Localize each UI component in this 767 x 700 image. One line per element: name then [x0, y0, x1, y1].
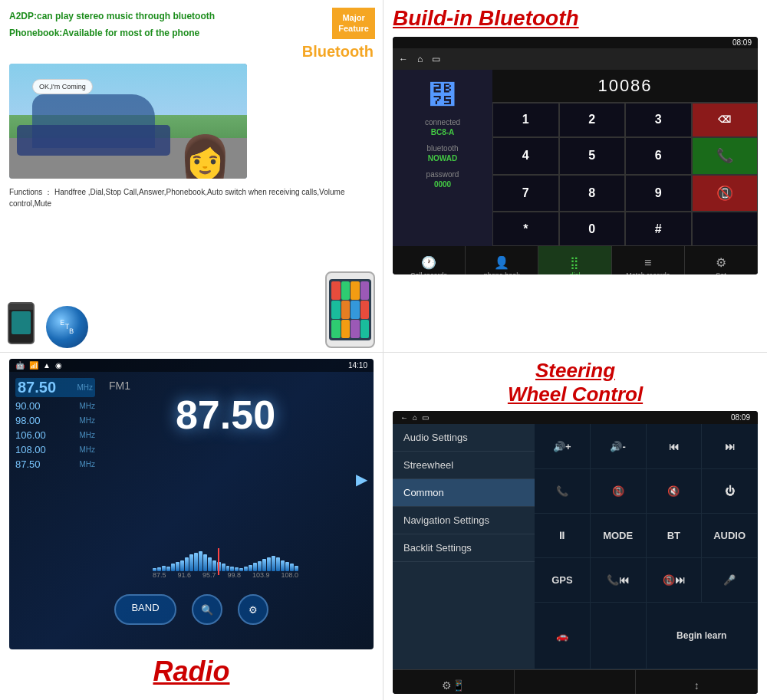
back-icon[interactable]: ← [399, 54, 408, 64]
sw-control-row-common: ⏸ MODE BT AUDIO [535, 514, 758, 558]
key-0[interactable]: 0 [559, 212, 626, 246]
freq-value-0: 87.50 [18, 379, 56, 396]
radio-bar [253, 563, 257, 571]
radio-bar [262, 559, 266, 571]
key-4[interactable]: 4 [492, 137, 559, 175]
sw-menu-common[interactable]: Common [393, 479, 535, 507]
radio-bar [185, 557, 189, 571]
radio-freq-5[interactable]: 87.50 MHz [15, 458, 95, 470]
sw-play-pause[interactable]: ⏸ [535, 514, 591, 557]
bt-nav-phone-book[interactable]: 👤 phone book [466, 246, 538, 274]
radio-freq-4[interactable]: 108.00 MHz [15, 444, 95, 455]
key-6[interactable]: 6 [625, 137, 692, 175]
top-left-panel: Major Feature A2DP:can play stereo music… [0, 0, 384, 353]
band-button[interactable]: BAND [114, 594, 176, 625]
sw-status-icons: ← ⌂ ▭ [400, 413, 429, 422]
gps-icon: ◉ [55, 361, 62, 370]
sw-menu-backlit[interactable]: Backlit Settings [393, 534, 535, 562]
sw-prev-track[interactable]: ⏮ [647, 424, 703, 468]
radio-bar [212, 560, 216, 571]
freq-unit-1: MHz [79, 402, 95, 410]
radio-freq-3[interactable]: 106.00 MHz [15, 429, 95, 441]
sw-gps[interactable]: GPS [535, 558, 591, 602]
key-1[interactable]: 1 [492, 103, 559, 137]
key-2[interactable]: 2 [559, 103, 626, 137]
bt-nav-match-records[interactable]: ≡ Match records [612, 246, 685, 274]
password-label: password [426, 169, 459, 179]
radio-freq-2[interactable]: 98.00 MHz [15, 415, 95, 426]
sw-menu-navigation[interactable]: Navigation Settings [393, 507, 535, 534]
key-star[interactable]: * [492, 212, 559, 246]
key-hash[interactable]: # [625, 212, 692, 246]
sw-call-green[interactable]: 📞 [535, 469, 591, 513]
sw-vol-plus[interactable]: 🔊+ [535, 424, 591, 468]
freq-value-2: 98.00 [15, 415, 41, 426]
sw-nav-prev[interactable]: 📞⏮ [591, 558, 647, 602]
sw-control-row-backlit: 🚗 Begin learn [535, 603, 758, 669]
key-call-red[interactable]: 📵 [692, 175, 759, 212]
text-a2dp: A2DP:can play stereo music through bluet… [9, 9, 374, 23]
sw-menu-audio[interactable]: Audio Settings [393, 424, 535, 452]
bt-nav-set[interactable]: ⚙ Set [685, 246, 758, 274]
home-icon[interactable]: ⌂ [417, 54, 423, 64]
sw-nav-next[interactable]: 📵⏭ [647, 558, 703, 602]
sw-time: 08:09 [731, 413, 750, 422]
sw-mic[interactable]: 🎤 [702, 558, 758, 602]
radio-bar [222, 564, 225, 571]
key-empty [692, 212, 759, 246]
settings-button[interactable]: ⚙ [238, 594, 268, 625]
sw-vol-minus[interactable]: 🔊- [591, 424, 647, 468]
bt-main: ⭵ connected BC8-A bluetooth NOWAD passwo… [393, 70, 758, 246]
key-backspace[interactable]: ⌫ [692, 103, 759, 137]
sw-audio[interactable]: AUDIO [702, 514, 758, 557]
sw-begin-learn[interactable]: Begin learn [647, 603, 759, 669]
sw-bt[interactable]: BT [647, 514, 703, 557]
key-3[interactable]: 3 [625, 103, 692, 137]
sw-menu: Audio Settings Streewheel Common Navigat… [393, 424, 535, 669]
radio-freq-1[interactable]: 90.00 MHz [15, 400, 95, 412]
scale-1: 91.6 [177, 571, 191, 579]
menu-icon[interactable]: ▭ [432, 54, 440, 64]
key-8[interactable]: 8 [559, 175, 626, 212]
key-9[interactable]: 9 [625, 175, 692, 212]
sw-menu-streewheel[interactable]: Streewheel [393, 452, 535, 479]
bt-nav-dial[interactable]: ⣿ dial [538, 246, 611, 274]
radio-bar [267, 557, 271, 571]
sw-apps-icon[interactable]: ⚙📱 [393, 670, 515, 694]
search-button[interactable]: 🔍 [192, 594, 222, 625]
scale-2: 95.7 [202, 571, 216, 579]
radio-bar [244, 567, 248, 571]
right-arrow[interactable]: ▶ [350, 372, 374, 587]
sw-control-row-nav: GPS 📞⏮ 📵⏭ 🎤 [535, 558, 758, 603]
radio-time: 14:10 [348, 361, 367, 370]
radio-bar [189, 554, 193, 571]
bt-password-info: password 0000 [426, 169, 459, 189]
bt-nav-call-records[interactable]: 🕐 Call records [393, 246, 466, 274]
sw-mute[interactable]: 🔇 [647, 469, 703, 513]
steering-wheel-title: Steering Wheel Control [393, 359, 758, 406]
key-5[interactable]: 5 [559, 137, 626, 175]
bt-right-panel: 10086 1 2 3 ⌫ 4 5 6 📞 7 8 9 📵 * [492, 70, 758, 246]
key-7[interactable]: 7 [492, 175, 559, 212]
sw-sort-icon[interactable]: ↕ [636, 670, 758, 694]
sw-power[interactable]: ⏻ [702, 469, 758, 513]
bottom-left-panel: 🤖 📶 ▲ ◉ 14:10 87.50 MHz 90.00 MHz [0, 353, 384, 700]
radio-freq-0[interactable]: 87.50 MHz [15, 378, 95, 397]
freq-unit-0: MHz [77, 383, 93, 392]
radio-bar [203, 554, 207, 571]
radio-bar [208, 557, 212, 571]
scale-4: 103.9 [252, 571, 270, 579]
radio-bar [199, 551, 202, 571]
radio-bar [194, 553, 198, 571]
sw-next-track[interactable]: ⏭ [702, 424, 758, 468]
key-call-green[interactable]: 📞 [692, 137, 759, 175]
dial-label: dial [569, 271, 580, 274]
radio-bar [272, 556, 275, 571]
phone-screen [329, 279, 371, 340]
sw-call-red[interactable]: 📵 [591, 469, 647, 513]
match-records-label: Match records [626, 271, 670, 275]
bluetooth-symbol: ⭵ [429, 79, 456, 111]
sw-mode[interactable]: MODE [591, 514, 647, 557]
sw-back-icon: ← [400, 413, 408, 422]
scale-3: 99.8 [227, 571, 241, 579]
